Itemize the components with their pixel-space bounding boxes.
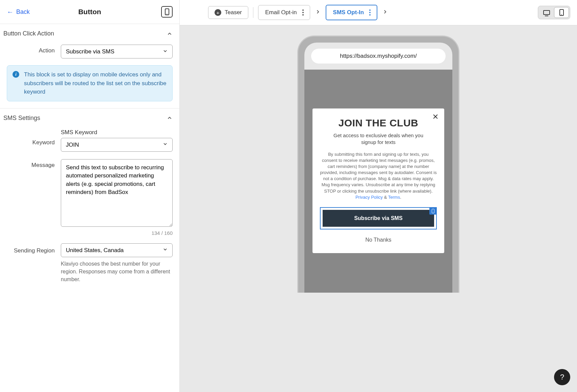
info-icon: i (12, 71, 19, 78)
info-text: This block is set to display on mobile d… (24, 70, 167, 96)
page-background: JOIN THE CLUB Get access to exclusive de… (304, 70, 452, 293)
section-header-sms[interactable]: SMS Settings (0, 108, 179, 126)
url-bar: https://badsox.myshopify.com/ (311, 49, 446, 64)
separator (253, 7, 253, 18)
settings-sidebar: ← Back Button Button Click Action Action (0, 0, 180, 392)
more-icon[interactable] (298, 8, 308, 17)
message-row: Message 134 / 160 (0, 156, 179, 241)
keyword-label: Keyword (3, 129, 61, 146)
mobile-badge (429, 207, 437, 215)
step-sms-optin[interactable]: SMS Opt-In (326, 5, 378, 20)
chevron-up-icon (167, 31, 173, 37)
no-thanks-link[interactable]: No Thanks (320, 237, 437, 243)
section-header-click-action[interactable]: Button Click Action (0, 24, 179, 42)
plus-circle-icon: + (215, 9, 221, 16)
phone-icon (559, 9, 564, 16)
region-row: Sending Region United States, Canada Kla… (0, 241, 179, 288)
step-email-optin[interactable]: Email Opt-in (258, 5, 310, 20)
phone-icon (432, 209, 434, 213)
help-button[interactable]: ? (554, 369, 570, 385)
topbar: + Teaser Email Opt-in SMS Opt-In (180, 0, 577, 25)
preview-canvas: + Teaser Email Opt-in SMS Opt-In (180, 0, 577, 392)
popup-legal: By submitting this form and signing up f… (320, 151, 437, 201)
region-select[interactable]: United States, Canada (61, 243, 173, 257)
info-callout: i This block is set to display on mobile… (7, 65, 173, 101)
chevron-right-icon (382, 9, 388, 16)
section-title: Button Click Action (3, 30, 54, 37)
page-title: Button (78, 8, 101, 16)
popup-title: JOIN THE CLUB (320, 117, 437, 129)
section-title: SMS Settings (3, 115, 40, 122)
back-button[interactable]: ← Back (7, 8, 30, 16)
phone-screen: https://badsox.myshopify.com/ JOIN THE C… (304, 43, 452, 293)
char-count: 134 / 160 (61, 230, 173, 236)
terms-link[interactable]: Terms (388, 195, 400, 200)
message-textarea[interactable] (61, 159, 173, 227)
region-help: Klaviyo chooses the best number for your… (61, 260, 173, 284)
keyword-select[interactable]: JOIN (61, 138, 173, 152)
chevron-up-icon (167, 115, 173, 121)
preview-area: https://badsox.myshopify.com/ JOIN THE C… (180, 25, 577, 392)
chevron-right-icon (315, 9, 321, 16)
close-button[interactable] (432, 113, 439, 121)
selected-element-frame[interactable]: Subscribe via SMS (320, 207, 437, 229)
region-label: Sending Region (3, 243, 61, 254)
action-label: Action (3, 45, 61, 54)
phone-icon (165, 8, 169, 15)
section-click-action: Button Click Action Action Subscribe via… (0, 24, 179, 108)
teaser-label: Teaser (225, 9, 242, 16)
popup-subtitle: Get access to exclusive deals when you s… (327, 132, 430, 146)
mobile-toggle[interactable] (554, 7, 569, 18)
keyword-row: Keyword SMS Keyword JOIN (0, 126, 179, 156)
teaser-button[interactable]: + Teaser (208, 6, 248, 19)
legal-text: By submitting this form and signing up f… (320, 152, 436, 194)
mobile-view-button[interactable] (161, 6, 173, 18)
action-select[interactable]: Subscribe via SMS (61, 45, 173, 58)
arrow-left-icon: ← (7, 8, 14, 16)
privacy-link[interactable]: Privacy Policy (355, 195, 383, 200)
keyword-sublabel: SMS Keyword (61, 129, 173, 136)
step-label: Email Opt-in (265, 9, 297, 16)
sidebar-body: Button Click Action Action Subscribe via… (0, 24, 179, 392)
sidebar-header: ← Back Button (0, 0, 179, 24)
subscribe-sms-button[interactable]: Subscribe via SMS (323, 210, 434, 227)
action-row: Action Subscribe via SMS (0, 42, 179, 63)
message-label: Message (3, 159, 61, 169)
more-icon[interactable] (365, 8, 375, 17)
legal-and: & (383, 195, 388, 200)
back-label: Back (16, 8, 30, 16)
section-sms-settings: SMS Settings Keyword SMS Keyword JOIN (0, 108, 179, 288)
phone-frame: https://badsox.myshopify.com/ JOIN THE C… (297, 35, 459, 293)
monitor-icon (543, 10, 550, 15)
device-toggle (538, 6, 570, 19)
step-label: SMS Opt-In (333, 9, 364, 16)
desktop-toggle[interactable] (539, 7, 554, 18)
signup-popup: JOIN THE CLUB Get access to exclusive de… (312, 108, 444, 253)
